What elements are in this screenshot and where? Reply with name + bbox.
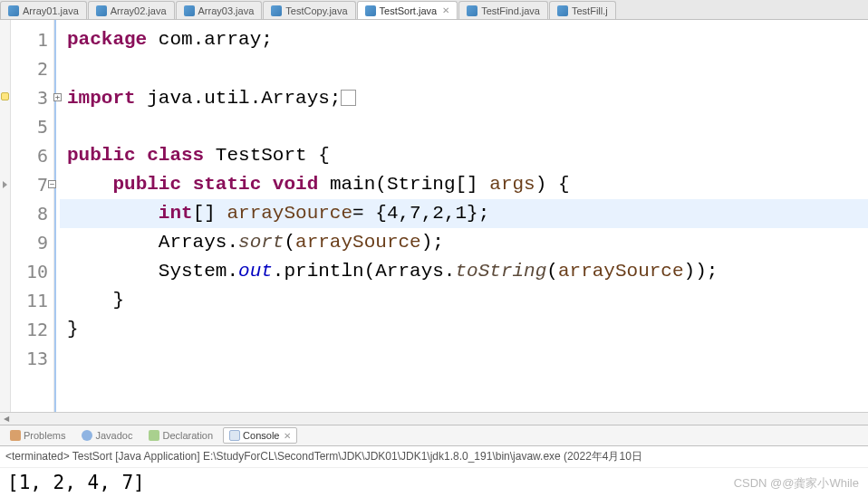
code-token: arraySource [227, 203, 352, 224]
line-number: 1 [11, 25, 53, 54]
code-token: package [67, 29, 159, 50]
tab-console[interactable]: Console ✕ [223, 427, 297, 444]
code-line[interactable]: package com.array; [60, 25, 868, 54]
line-number: 10 [11, 257, 53, 286]
close-icon[interactable]: ✕ [442, 5, 449, 15]
tab-label: TestSort.java [380, 5, 438, 16]
warning-marker-icon[interactable] [1, 92, 9, 100]
view-tab-bar: Problems Javadoc Declaration Console ✕ [0, 425, 868, 446]
code-line[interactable]: } [60, 315, 868, 344]
code-token [341, 90, 355, 106]
editor-tab[interactable]: Array01.java [0, 1, 87, 19]
java-file-icon [184, 5, 195, 16]
code-line[interactable]: } [60, 286, 868, 315]
close-icon[interactable]: ✕ [284, 431, 291, 441]
code-token: com.array; [159, 29, 273, 50]
tab-label: Javadoc [95, 430, 132, 441]
line-number: 11 [11, 286, 53, 315]
code-token: public static void [112, 174, 329, 195]
code-token [67, 203, 159, 224]
line-number: 3+ [11, 83, 53, 112]
code-token: } [67, 319, 79, 339]
fold-expand-icon[interactable]: + [53, 93, 62, 101]
line-number: 5 [11, 112, 53, 141]
code-line[interactable] [60, 54, 868, 83]
tab-label: Array02.java [111, 5, 167, 16]
javadoc-icon [82, 430, 92, 441]
code-token: import [67, 88, 147, 109]
code-token: = {4,7,2,1}; [352, 203, 489, 224]
code-token: main(String[] [330, 174, 489, 195]
tab-label: Declaration [162, 430, 213, 441]
editor-tab-bar: Array01.javaArray02.javaArray03.javaTest… [0, 0, 868, 20]
tab-label: Problems [24, 430, 65, 441]
line-number: 8 [11, 199, 53, 228]
line-number: 12 [11, 315, 53, 344]
code-line[interactable] [60, 344, 868, 373]
line-number: 6 [11, 141, 53, 170]
code-line[interactable]: Arrays.sort(arraySource); [60, 228, 868, 257]
editor-tab[interactable]: TestCopy.java [263, 1, 355, 19]
code-line[interactable]: System.out.println(Arrays.toString(array… [60, 257, 868, 286]
java-file-icon [8, 5, 19, 16]
tab-label: Array03.java [198, 5, 255, 16]
tab-label: TestFind.java [481, 5, 540, 16]
console-output[interactable]: [1, 2, 4, 7] [0, 468, 868, 497]
code-line[interactable]: public class TestSort { [60, 141, 868, 170]
line-number-gutter: 123+567−8910111213 [11, 20, 54, 412]
code-token: System. [67, 261, 238, 282]
code-line[interactable] [60, 112, 868, 141]
console-icon [229, 430, 240, 441]
tab-problems[interactable]: Problems [4, 427, 72, 444]
code-token: public class [67, 145, 216, 166]
java-file-icon [96, 5, 107, 16]
tab-declaration[interactable]: Declaration [142, 427, 219, 444]
editor-tab[interactable]: TestFill.j [549, 1, 616, 19]
code-token: args [489, 174, 535, 195]
code-token: int [159, 203, 193, 224]
code-token: .println(Arrays. [273, 261, 456, 282]
code-line[interactable]: public static void main(String[] args) { [60, 170, 868, 199]
java-file-icon [557, 5, 568, 16]
code-token: [] [193, 203, 227, 224]
code-token: ( [546, 261, 558, 282]
fold-collapse-icon[interactable]: − [48, 180, 56, 188]
tab-label: Array01.java [23, 5, 79, 16]
code-token: arraySource [558, 261, 684, 282]
override-marker-icon[interactable] [3, 181, 7, 188]
code-token: ) { [535, 174, 570, 195]
code-token: TestSort { [216, 145, 330, 166]
code-token: Arrays. [67, 232, 238, 253]
java-file-icon [271, 5, 282, 16]
code-token: sort [238, 232, 284, 253]
java-file-icon [365, 5, 376, 16]
java-file-icon [467, 5, 477, 16]
problems-icon [10, 430, 21, 441]
code-token: java.util.Arrays; [147, 88, 341, 109]
declaration-icon [149, 430, 159, 441]
code-token: out [238, 261, 273, 282]
code-token: toString [455, 261, 546, 282]
code-editor[interactable]: package com.array;import java.util.Array… [60, 20, 868, 412]
line-number: 2 [11, 54, 53, 83]
horizontal-scrollbar[interactable] [0, 412, 868, 425]
code-token: arraySource [295, 232, 421, 253]
editor-tab[interactable]: Array03.java [176, 1, 263, 19]
console-status-line: <terminated> TestSort [Java Application]… [0, 446, 868, 468]
tab-label: Console [243, 430, 279, 441]
line-number: 9 [11, 228, 53, 257]
code-token: } [67, 290, 124, 311]
editor-tab[interactable]: TestSort.java✕ [357, 1, 458, 19]
line-number: 7− [11, 170, 53, 199]
editor-tab[interactable]: TestFind.java [458, 1, 548, 19]
tab-label: TestFill.j [572, 5, 608, 16]
code-token: )); [684, 261, 719, 282]
code-line[interactable]: int[] arraySource= {4,7,2,1}; [60, 199, 868, 228]
tab-javadoc[interactable]: Javadoc [75, 427, 139, 444]
annotation-ruler [0, 20, 11, 412]
code-line[interactable]: import java.util.Arrays; [60, 83, 868, 112]
editor-area: 123+567−8910111213 package com.array;imp… [0, 20, 868, 412]
tab-label: TestCopy.java [285, 5, 347, 16]
editor-tab[interactable]: Array02.java [88, 1, 175, 19]
code-token: ( [284, 232, 295, 253]
